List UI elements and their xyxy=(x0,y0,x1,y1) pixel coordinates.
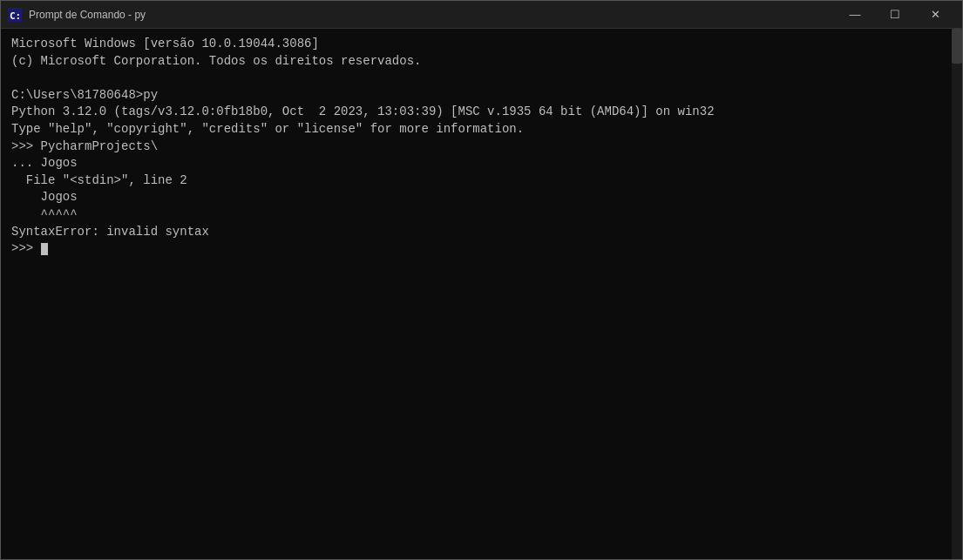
terminal-body[interactable]: Microsoft Windows [versão 10.0.19044.308… xyxy=(1,29,962,559)
terminal-line: ... Jogos xyxy=(11,155,952,172)
terminal-line: ^^^^^ xyxy=(11,206,952,224)
cursor-blink xyxy=(41,243,48,255)
title-bar: C: Prompt de Comando - py — ☐ ✕ xyxy=(1,1,962,29)
cmd-window: C: Prompt de Comando - py — ☐ ✕ Microsof… xyxy=(0,0,963,560)
terminal-line: File "<stdin>", line 2 xyxy=(11,172,952,190)
terminal-prompt-line: >>> xyxy=(11,240,952,258)
terminal-line: Jogos xyxy=(11,189,952,206)
title-bar-left: C: Prompt de Comando - py xyxy=(8,8,146,22)
terminal-line: Python 3.12.0 (tags/v3.12.0:0fb18b0, Oct… xyxy=(11,104,952,121)
terminal-line: C:\Users\81780648>py xyxy=(11,87,952,105)
maximize-button[interactable]: ☐ xyxy=(875,1,915,29)
window-title: Prompt de Comando - py xyxy=(29,9,146,21)
terminal-line xyxy=(11,70,952,87)
svg-text:C:: C: xyxy=(10,10,21,22)
terminal-line: Microsoft Windows [versão 10.0.19044.308… xyxy=(11,36,952,53)
scrollbar[interactable] xyxy=(952,29,962,559)
minimize-button[interactable]: — xyxy=(835,1,875,29)
terminal-line: >>> PycharmProjects\ xyxy=(11,138,952,156)
scrollbar-thumb[interactable] xyxy=(952,29,962,64)
close-button[interactable]: ✕ xyxy=(915,1,955,29)
cmd-icon: C: xyxy=(8,8,22,22)
terminal-line: Type "help", "copyright", "credits" or "… xyxy=(11,121,952,138)
terminal-line: (c) Microsoft Corporation. Todos os dire… xyxy=(11,53,952,71)
window-controls: — ☐ ✕ xyxy=(835,1,955,29)
terminal-line: SyntaxError: invalid syntax xyxy=(11,224,952,241)
